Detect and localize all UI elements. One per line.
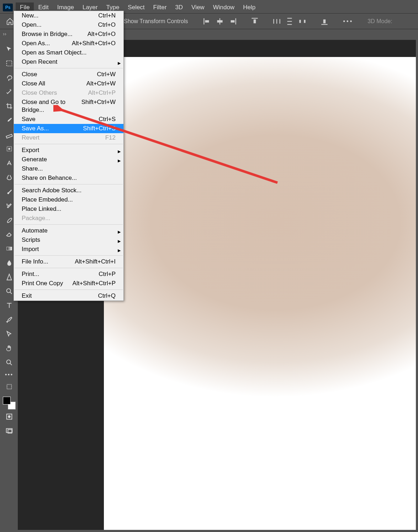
menu-item-place-embedded[interactable]: Place Embedded...	[14, 195, 123, 204]
distribute-space-icon[interactable]	[298, 17, 307, 26]
menu-item-shortcut: Ctrl+O	[98, 21, 116, 29]
pen-tool[interactable]	[3, 313, 16, 326]
menu-filter[interactable]: Filter	[149, 2, 171, 12]
menu-item-generate[interactable]: Generate	[14, 155, 123, 164]
menu-item-label: Export	[22, 146, 39, 154]
menu-item-share-on-behance[interactable]: Share on Behance...	[14, 173, 123, 183]
menu-item-save-as[interactable]: Save As...Shift+Ctrl+S	[14, 124, 123, 133]
svg-rect-8	[273, 19, 274, 24]
hand-tool[interactable]	[3, 342, 16, 355]
menu-separator	[15, 68, 123, 68]
menu-item-search-adobe-stock[interactable]: Search Adobe Stock...	[14, 186, 123, 195]
panel-collapse-chevron-icon[interactable]: ››	[3, 31, 6, 37]
menu-item-label: Save	[22, 115, 36, 123]
menu-item-new[interactable]: New...Ctrl+N	[14, 11, 123, 20]
menu-item-open-as[interactable]: Open As...Alt+Shift+Ctrl+O	[14, 39, 123, 48]
menu-separator	[15, 290, 123, 290]
svg-rect-6	[252, 18, 258, 19]
menu-item-label: Share...	[22, 165, 43, 173]
menu-item-browse-in-bridge[interactable]: Browse in Bridge...Alt+Ctrl+O	[14, 30, 123, 39]
menu-item-shortcut: Alt+Shift+Ctrl+I	[75, 258, 116, 266]
menu-item-close[interactable]: CloseCtrl+W	[14, 70, 123, 79]
menu-separator	[15, 268, 123, 268]
menu-item-label: Automate	[22, 227, 48, 235]
menu-item-package: Package...	[14, 214, 123, 223]
svg-point-27	[8, 415, 10, 418]
menu-item-label: Search Adobe Stock...	[22, 187, 81, 194]
svg-rect-18	[7, 61, 12, 66]
menu-item-label: Close All	[22, 80, 45, 88]
edit-toolbar-icon[interactable]	[3, 380, 16, 393]
menu-item-share[interactable]: Share...	[14, 164, 123, 173]
document-canvas[interactable]	[104, 57, 416, 530]
menu-item-label: Open Recent	[22, 58, 57, 66]
align-icons-group	[202, 17, 329, 26]
type-tool[interactable]	[3, 299, 16, 312]
menu-item-shortcut: Shift+Ctrl+W	[81, 98, 116, 114]
menu-item-exit[interactable]: ExitCtrl+Q	[14, 291, 123, 301]
menu-item-print[interactable]: Print...Ctrl+P	[14, 270, 123, 279]
svg-rect-10	[279, 19, 280, 24]
zoom-tool[interactable]	[3, 356, 16, 369]
distribute-v-icon[interactable]	[285, 17, 294, 26]
menu-item-open-as-smart-object[interactable]: Open as Smart Object...	[14, 48, 123, 57]
menu-item-label: Open as Smart Object...	[22, 49, 86, 57]
foreground-color-swatch[interactable]	[3, 397, 11, 405]
menu-item-place-linked[interactable]: Place Linked...	[14, 204, 123, 214]
menu-item-label: New...	[22, 12, 38, 20]
menu-item-label: Share on Behance...	[22, 174, 77, 182]
menu-item-open[interactable]: Open...Ctrl+O	[14, 20, 123, 30]
menu-help[interactable]: Help	[239, 2, 260, 12]
menu-item-close-all[interactable]: Close AllAlt+Ctrl+W	[14, 79, 123, 88]
menu-item-save[interactable]: SaveCtrl+S	[14, 115, 123, 124]
menu-item-shortcut: Ctrl+Q	[98, 292, 116, 300]
menu-item-export[interactable]: Export	[14, 146, 123, 155]
path-select-tool[interactable]	[3, 328, 16, 340]
svg-rect-1	[205, 20, 209, 22]
quick-mask-icon[interactable]	[3, 410, 16, 423]
menu-window[interactable]: Window	[209, 2, 239, 12]
menu-item-close-and-go-to-bridge[interactable]: Close and Go to Bridge...Shift+Ctrl+W	[14, 98, 123, 115]
menu-item-label: Print One Copy	[22, 280, 63, 287]
menu-item-label: Close Others	[22, 89, 57, 97]
svg-rect-25	[7, 385, 12, 389]
svg-rect-4	[235, 18, 236, 24]
menu-separator	[15, 184, 123, 184]
svg-rect-19	[6, 134, 12, 138]
svg-rect-0	[203, 18, 204, 24]
menu-item-shortcut: Ctrl+W	[97, 71, 116, 78]
align-right-icon[interactable]	[228, 17, 237, 26]
more-options-icon[interactable]: •••	[343, 18, 354, 25]
tools-more-icon[interactable]: •••	[5, 372, 14, 377]
menu-select[interactable]: Select	[123, 2, 149, 12]
menu-separator	[15, 255, 123, 256]
align-top-icon[interactable]	[250, 17, 259, 26]
distribute-h-icon[interactable]	[272, 17, 281, 26]
menu-item-shortcut: Alt+Ctrl+W	[86, 80, 116, 88]
align-hcenter-icon[interactable]	[215, 17, 224, 26]
svg-rect-22	[7, 247, 12, 250]
menu-item-import[interactable]: Import	[14, 245, 123, 254]
menu-item-scripts[interactable]: Scripts	[14, 235, 123, 245]
menu-item-automate[interactable]: Automate	[14, 226, 123, 235]
menu-item-shortcut: Alt+Shift+Ctrl+O	[72, 40, 116, 47]
svg-rect-3	[217, 20, 222, 22]
align-bottom-icon[interactable]	[320, 17, 329, 26]
color-swatch[interactable]	[3, 397, 16, 410]
menu-item-shortcut: Alt+Ctrl+O	[88, 30, 116, 38]
menu-item-open-recent[interactable]: Open Recent	[14, 57, 123, 67]
menu-item-label: Close	[22, 71, 37, 78]
menu-item-shortcut: Ctrl+S	[99, 115, 116, 123]
menu-separator	[15, 224, 123, 225]
screen-mode-icon[interactable]	[3, 424, 16, 437]
menu-item-label: Place Embedded...	[22, 196, 73, 204]
menu-item-file-info[interactable]: File Info...Alt+Shift+Ctrl+I	[14, 257, 123, 266]
menu-item-print-one-copy[interactable]: Print One CopyAlt+Shift+Ctrl+P	[14, 279, 123, 288]
menu-3d[interactable]: 3D	[171, 2, 187, 12]
show-transform-controls-label[interactable]: Show Transform Controls	[124, 18, 188, 25]
menu-item-revert: RevertF12	[14, 133, 123, 142]
menu-view[interactable]: View	[187, 2, 209, 12]
menu-item-shortcut: Ctrl+P	[99, 270, 116, 278]
menu-item-label: Scripts	[22, 236, 40, 244]
align-left-icon[interactable]	[202, 17, 212, 26]
